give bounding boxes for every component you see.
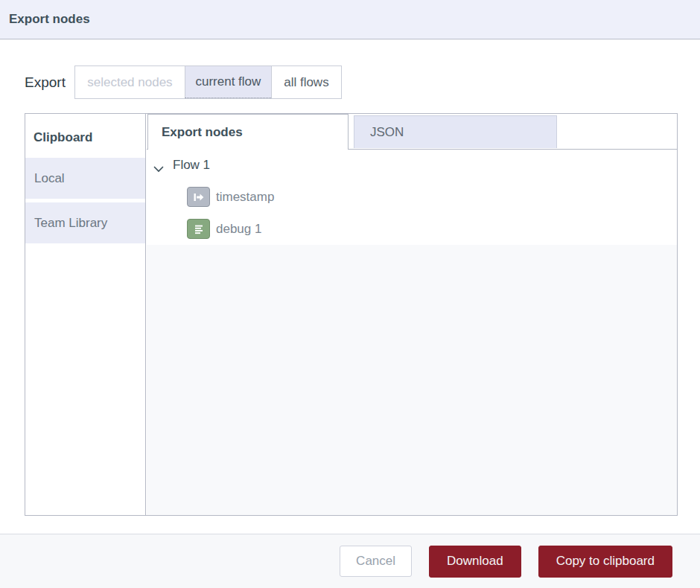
tree-row-debug-1[interactable]: debug 1 bbox=[147, 213, 677, 245]
export-nodes-dialog: Export nodes Export selected nodes curre… bbox=[0, 0, 700, 588]
sidebar-item-label: Local bbox=[34, 171, 65, 186]
dialog-footer: Cancel Download Copy to clipboard bbox=[0, 534, 700, 588]
export-scope-segmented-control: selected nodes current flow all flows bbox=[74, 65, 342, 99]
flow-label: Flow 1 bbox=[173, 158, 210, 173]
tab-label: JSON bbox=[370, 125, 404, 140]
export-scope-row: Export selected nodes current flow all f… bbox=[25, 65, 342, 99]
tree-row-flow-1[interactable]: Flow 1 bbox=[147, 150, 677, 181]
export-tab-bar: Export nodes JSON bbox=[147, 114, 677, 150]
sidebar-item-label: Team Library bbox=[34, 216, 107, 231]
export-option-current-flow[interactable]: current flow bbox=[185, 66, 271, 98]
sidebar-item-local[interactable]: Local bbox=[25, 158, 145, 199]
copy-to-clipboard-button[interactable]: Copy to clipboard bbox=[538, 546, 672, 578]
node-label: debug 1 bbox=[216, 222, 261, 237]
library-sidebar: Clipboard Local Team Library bbox=[25, 114, 146, 515]
export-scope-label: Export bbox=[25, 74, 66, 91]
debug-lines-icon bbox=[187, 219, 210, 239]
tab-export-nodes[interactable]: Export nodes bbox=[147, 114, 349, 150]
cancel-button[interactable]: Cancel bbox=[340, 546, 412, 577]
inject-arrow-icon bbox=[187, 187, 210, 207]
export-option-selected-nodes[interactable]: selected nodes bbox=[75, 66, 185, 98]
flow-tree: Flow 1 timestamp bbox=[147, 150, 677, 515]
tree-row-timestamp[interactable]: timestamp bbox=[147, 181, 677, 213]
sidebar-item-team-library[interactable]: Team Library bbox=[25, 202, 145, 243]
download-button[interactable]: Download bbox=[429, 546, 521, 578]
library-item-list: Local Team Library bbox=[25, 158, 145, 243]
flow-tree-rows: Flow 1 timestamp bbox=[147, 150, 677, 245]
library-panel-title: Clipboard bbox=[25, 114, 145, 145]
node-label: timestamp bbox=[216, 190, 274, 205]
tab-label: Export nodes bbox=[162, 125, 243, 140]
dialog-title: Export nodes bbox=[9, 12, 90, 27]
dialog-header: Export nodes bbox=[0, 0, 700, 39]
export-content-panel: Clipboard Local Team Library Export node… bbox=[25, 113, 678, 516]
tab-json[interactable]: JSON bbox=[354, 115, 557, 148]
export-option-all-flows[interactable]: all flows bbox=[271, 66, 341, 98]
chevron-down-icon[interactable] bbox=[153, 162, 164, 169]
